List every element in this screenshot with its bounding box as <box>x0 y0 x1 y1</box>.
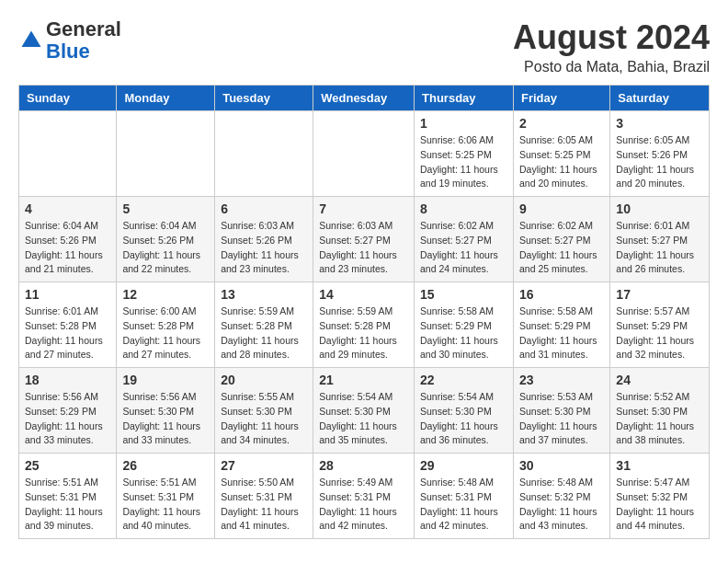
location-subtitle: Posto da Mata, Bahia, Brazil <box>513 59 710 75</box>
day-number: 29 <box>420 458 507 473</box>
calendar-cell: 14Sunrise: 5:59 AM Sunset: 5:28 PM Dayli… <box>313 282 415 368</box>
day-detail: Sunrise: 5:56 AM Sunset: 5:30 PM Dayligh… <box>122 390 209 448</box>
day-number: 25 <box>25 458 110 473</box>
weekday-header: Thursday <box>415 86 514 111</box>
day-number: 13 <box>221 287 307 302</box>
calendar-cell: 28Sunrise: 5:49 AM Sunset: 5:31 PM Dayli… <box>313 454 415 539</box>
calendar-cell: 26Sunrise: 5:51 AM Sunset: 5:31 PM Dayli… <box>117 454 215 539</box>
calendar-cell <box>215 111 313 197</box>
calendar-week-row: 18Sunrise: 5:56 AM Sunset: 5:29 PM Dayli… <box>19 368 710 454</box>
day-detail: Sunrise: 5:59 AM Sunset: 5:28 PM Dayligh… <box>221 304 307 362</box>
day-detail: Sunrise: 5:59 AM Sunset: 5:28 PM Dayligh… <box>319 304 408 362</box>
day-number: 23 <box>519 373 604 387</box>
day-number: 31 <box>616 458 703 473</box>
day-detail: Sunrise: 6:03 AM Sunset: 5:26 PM Dayligh… <box>221 219 307 277</box>
day-detail: Sunrise: 5:54 AM Sunset: 5:30 PM Dayligh… <box>420 390 507 448</box>
calendar-cell <box>19 111 117 197</box>
day-detail: Sunrise: 5:52 AM Sunset: 5:30 PM Dayligh… <box>616 390 703 448</box>
calendar-cell: 11Sunrise: 6:01 AM Sunset: 5:28 PM Dayli… <box>19 282 117 368</box>
day-detail: Sunrise: 5:58 AM Sunset: 5:29 PM Dayligh… <box>420 304 507 362</box>
calendar-cell: 4Sunrise: 6:04 AM Sunset: 5:26 PM Daylig… <box>19 197 117 282</box>
day-number: 26 <box>122 458 209 473</box>
day-detail: Sunrise: 5:51 AM Sunset: 5:31 PM Dayligh… <box>122 476 209 534</box>
calendar-cell: 20Sunrise: 5:55 AM Sunset: 5:30 PM Dayli… <box>215 368 313 454</box>
title-block: August 2024 Posto da Mata, Bahia, Brazil <box>513 18 710 75</box>
calendar-cell: 7Sunrise: 6:03 AM Sunset: 5:27 PM Daylig… <box>313 197 415 282</box>
day-number: 1 <box>420 116 507 131</box>
day-number: 9 <box>519 201 604 216</box>
calendar-cell: 1Sunrise: 6:06 AM Sunset: 5:25 PM Daylig… <box>415 111 514 197</box>
day-detail: Sunrise: 6:02 AM Sunset: 5:27 PM Dayligh… <box>420 219 507 277</box>
day-number: 22 <box>420 373 507 387</box>
day-number: 27 <box>221 458 307 473</box>
day-detail: Sunrise: 5:57 AM Sunset: 5:29 PM Dayligh… <box>616 304 703 362</box>
day-detail: Sunrise: 6:01 AM Sunset: 5:28 PM Dayligh… <box>25 304 110 362</box>
day-number: 18 <box>25 373 110 387</box>
calendar-cell: 5Sunrise: 6:04 AM Sunset: 5:26 PM Daylig… <box>117 197 215 282</box>
calendar-cell: 17Sunrise: 5:57 AM Sunset: 5:29 PM Dayli… <box>610 282 710 368</box>
day-detail: Sunrise: 5:53 AM Sunset: 5:30 PM Dayligh… <box>519 390 604 448</box>
calendar-week-row: 25Sunrise: 5:51 AM Sunset: 5:31 PM Dayli… <box>19 454 710 539</box>
day-detail: Sunrise: 5:58 AM Sunset: 5:29 PM Dayligh… <box>519 304 604 362</box>
weekday-header: Tuesday <box>215 86 313 111</box>
calendar-cell: 13Sunrise: 5:59 AM Sunset: 5:28 PM Dayli… <box>215 282 313 368</box>
calendar-cell: 31Sunrise: 5:47 AM Sunset: 5:32 PM Dayli… <box>610 454 710 539</box>
calendar-cell: 8Sunrise: 6:02 AM Sunset: 5:27 PM Daylig… <box>415 197 514 282</box>
day-detail: Sunrise: 6:04 AM Sunset: 5:26 PM Dayligh… <box>25 219 110 277</box>
day-detail: Sunrise: 5:54 AM Sunset: 5:30 PM Dayligh… <box>319 390 408 448</box>
calendar-cell: 23Sunrise: 5:53 AM Sunset: 5:30 PM Dayli… <box>513 368 609 454</box>
page-header: General Blue August 2024 Posto da Mata, … <box>18 18 710 75</box>
calendar-cell: 24Sunrise: 5:52 AM Sunset: 5:30 PM Dayli… <box>610 368 710 454</box>
calendar-week-row: 4Sunrise: 6:04 AM Sunset: 5:26 PM Daylig… <box>19 197 710 282</box>
weekday-header: Sunday <box>19 86 117 111</box>
day-number: 2 <box>519 116 604 131</box>
weekday-header: Monday <box>117 86 215 111</box>
svg-marker-0 <box>22 31 41 48</box>
day-number: 3 <box>616 116 703 131</box>
calendar-week-row: 1Sunrise: 6:06 AM Sunset: 5:25 PM Daylig… <box>19 111 710 197</box>
calendar-table: SundayMondayTuesdayWednesdayThursdayFrid… <box>18 85 710 539</box>
day-number: 7 <box>319 201 408 216</box>
calendar-week-row: 11Sunrise: 6:01 AM Sunset: 5:28 PM Dayli… <box>19 282 710 368</box>
calendar-cell: 3Sunrise: 6:05 AM Sunset: 5:26 PM Daylig… <box>610 111 710 197</box>
day-number: 5 <box>122 201 209 216</box>
day-number: 24 <box>616 373 703 387</box>
day-detail: Sunrise: 5:56 AM Sunset: 5:29 PM Dayligh… <box>25 390 110 448</box>
day-number: 17 <box>616 287 703 302</box>
calendar-cell: 15Sunrise: 5:58 AM Sunset: 5:29 PM Dayli… <box>415 282 514 368</box>
day-number: 8 <box>420 201 507 216</box>
day-detail: Sunrise: 5:51 AM Sunset: 5:31 PM Dayligh… <box>25 476 110 534</box>
calendar-cell <box>313 111 415 197</box>
weekday-header: Wednesday <box>313 86 415 111</box>
day-number: 11 <box>25 287 110 302</box>
day-detail: Sunrise: 5:47 AM Sunset: 5:32 PM Dayligh… <box>616 476 703 534</box>
day-detail: Sunrise: 6:05 AM Sunset: 5:25 PM Dayligh… <box>519 133 604 191</box>
calendar-cell: 9Sunrise: 6:02 AM Sunset: 5:27 PM Daylig… <box>513 197 609 282</box>
day-number: 4 <box>25 201 110 216</box>
day-detail: Sunrise: 6:00 AM Sunset: 5:28 PM Dayligh… <box>122 304 209 362</box>
weekday-header: Saturday <box>610 86 710 111</box>
logo: General Blue <box>18 18 121 63</box>
calendar-cell: 30Sunrise: 5:48 AM Sunset: 5:32 PM Dayli… <box>513 454 609 539</box>
day-number: 30 <box>519 458 604 473</box>
calendar-cell <box>117 111 215 197</box>
calendar-cell: 27Sunrise: 5:50 AM Sunset: 5:31 PM Dayli… <box>215 454 313 539</box>
day-number: 10 <box>616 201 703 216</box>
day-detail: Sunrise: 6:03 AM Sunset: 5:27 PM Dayligh… <box>319 219 408 277</box>
day-detail: Sunrise: 5:55 AM Sunset: 5:30 PM Dayligh… <box>221 390 307 448</box>
day-detail: Sunrise: 6:04 AM Sunset: 5:26 PM Dayligh… <box>122 219 209 277</box>
day-number: 12 <box>122 287 209 302</box>
calendar-cell: 22Sunrise: 5:54 AM Sunset: 5:30 PM Dayli… <box>415 368 514 454</box>
day-detail: Sunrise: 5:48 AM Sunset: 5:32 PM Dayligh… <box>519 476 604 534</box>
day-detail: Sunrise: 6:02 AM Sunset: 5:27 PM Dayligh… <box>519 219 604 277</box>
calendar-cell: 19Sunrise: 5:56 AM Sunset: 5:30 PM Dayli… <box>117 368 215 454</box>
day-detail: Sunrise: 5:49 AM Sunset: 5:31 PM Dayligh… <box>319 476 408 534</box>
weekday-header-row: SundayMondayTuesdayWednesdayThursdayFrid… <box>19 86 710 111</box>
day-number: 28 <box>319 458 408 473</box>
calendar-cell: 6Sunrise: 6:03 AM Sunset: 5:26 PM Daylig… <box>215 197 313 282</box>
main-title: August 2024 <box>513 18 710 57</box>
calendar-cell: 18Sunrise: 5:56 AM Sunset: 5:29 PM Dayli… <box>19 368 117 454</box>
day-number: 15 <box>420 287 507 302</box>
day-number: 6 <box>221 201 307 216</box>
calendar-cell: 29Sunrise: 5:48 AM Sunset: 5:31 PM Dayli… <box>415 454 514 539</box>
